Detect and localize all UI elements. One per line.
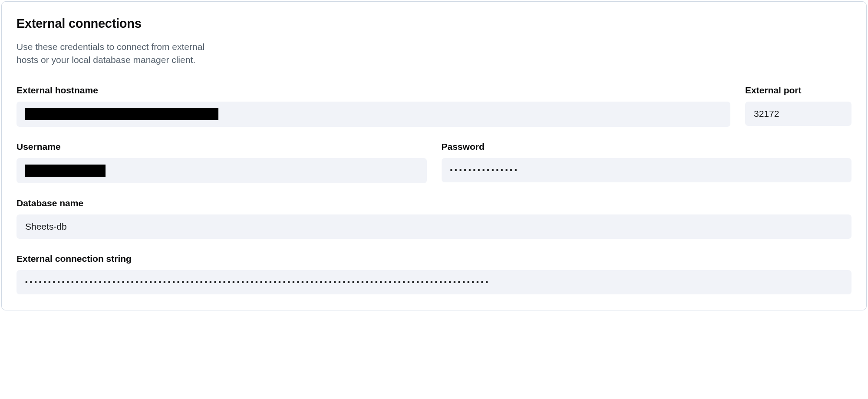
redacted-hostname-bar: [25, 108, 218, 120]
field-external-port: External port 32172: [745, 85, 851, 127]
external-connections-panel: External connections Use these credentia…: [1, 1, 867, 310]
external-port-label: External port: [745, 85, 851, 96]
password-label: Password: [442, 142, 852, 152]
panel-description: Use these credentials to connect from ex…: [17, 40, 210, 67]
username-label: Username: [17, 142, 427, 152]
row-connection-string: External connection string •••••••••••••…: [17, 254, 851, 294]
database-name-label: Database name: [17, 198, 851, 208]
field-password: Password •••••••••••••••: [442, 142, 852, 183]
redacted-username-bar: [25, 165, 106, 177]
username-value[interactable]: [17, 158, 427, 183]
row-hostname-port: External hostname External port 32172: [17, 85, 851, 127]
row-database-name: Database name Sheets-db: [17, 198, 851, 239]
field-external-connection-string: External connection string •••••••••••••…: [17, 254, 851, 294]
external-hostname-label: External hostname: [17, 85, 730, 96]
field-username: Username: [17, 142, 427, 183]
row-username-password: Username Password •••••••••••••••: [17, 142, 851, 183]
password-value[interactable]: •••••••••••••••: [442, 158, 852, 182]
database-name-value[interactable]: Sheets-db: [17, 214, 851, 239]
external-connection-string-label: External connection string: [17, 254, 851, 264]
external-port-value[interactable]: 32172: [745, 102, 851, 126]
external-connection-string-value[interactable]: ••••••••••••••••••••••••••••••••••••••••…: [17, 270, 851, 294]
external-hostname-value[interactable]: [17, 102, 730, 127]
field-external-hostname: External hostname: [17, 85, 730, 127]
field-database-name: Database name Sheets-db: [17, 198, 851, 239]
panel-title: External connections: [17, 16, 851, 31]
